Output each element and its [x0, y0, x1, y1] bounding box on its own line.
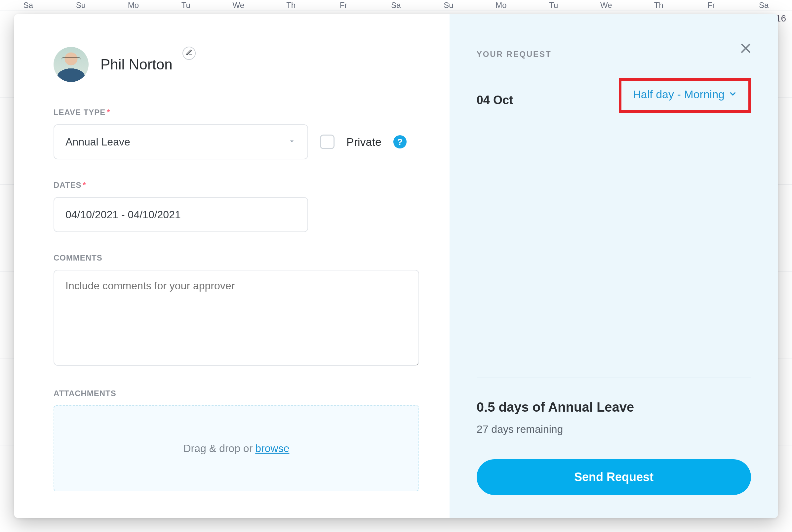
- attachments-label: ATTACHMENTS: [54, 389, 419, 398]
- chevron-down-icon: [729, 88, 737, 101]
- duration-value: Half day - Morning: [633, 88, 725, 101]
- private-help-icon[interactable]: ?: [393, 135, 407, 149]
- private-checkbox[interactable]: [320, 135, 334, 149]
- dialog-mask: Phil Norton LEAVE TYPE* Annual Leave: [0, 0, 792, 532]
- divider: [477, 378, 751, 378]
- send-request-button[interactable]: Send Request: [477, 459, 751, 495]
- close-button[interactable]: [739, 42, 752, 56]
- duration-dropdown[interactable]: Half day - Morning: [619, 78, 751, 113]
- edit-requester-button[interactable]: [182, 46, 196, 60]
- form-panel: Phil Norton LEAVE TYPE* Annual Leave: [14, 14, 449, 518]
- browse-link[interactable]: browse: [255, 442, 289, 455]
- chevron-down-icon: [288, 136, 296, 148]
- date-range-input[interactable]: 04/10/2021 - 04/10/2021: [54, 197, 308, 232]
- summary-title: 0.5 days of Annual Leave: [477, 400, 751, 415]
- date-range-value: 04/10/2021 - 04/10/2021: [65, 209, 181, 221]
- dates-label: DATES*: [54, 180, 419, 190]
- close-icon: [739, 50, 752, 56]
- leave-type-select[interactable]: Annual Leave: [54, 124, 308, 159]
- leave-type-label: LEAVE TYPE*: [54, 108, 419, 117]
- comments-label: COMMENTS: [54, 253, 419, 263]
- private-label: Private: [346, 136, 382, 149]
- avatar: [54, 47, 89, 82]
- summary-panel: YOUR REQUEST 04 Oct Half day - Morning 0…: [449, 14, 778, 518]
- required-indicator: *: [83, 180, 86, 189]
- required-indicator: *: [107, 108, 110, 117]
- requester-name: Phil Norton: [100, 56, 173, 73]
- leave-type-value: Annual Leave: [65, 136, 130, 148]
- request-row: 04 Oct Half day - Morning: [477, 83, 751, 117]
- requester-header: Phil Norton: [54, 47, 419, 82]
- pencil-icon: [186, 49, 192, 57]
- your-request-label: YOUR REQUEST: [477, 50, 751, 59]
- summary-remaining: 27 days remaining: [477, 423, 751, 435]
- comments-textarea[interactable]: [54, 270, 419, 366]
- attachments-dropzone[interactable]: Drag & drop or browse: [54, 405, 419, 491]
- request-date: 04 Oct: [477, 93, 513, 107]
- leave-request-dialog: Phil Norton LEAVE TYPE* Annual Leave: [14, 14, 778, 518]
- dropzone-text: Drag & drop or: [183, 442, 253, 455]
